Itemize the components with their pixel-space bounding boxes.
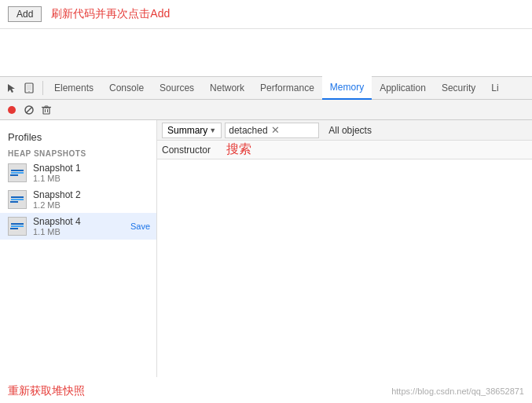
filter-value: detached: [229, 125, 267, 136]
tab-sources[interactable]: Sources: [152, 76, 202, 100]
main-panel: Summary ▼ detached ✕ All objects Constru…: [157, 120, 532, 377]
constructor-label: Constructor: [162, 145, 211, 156]
action-bar: [0, 100, 532, 120]
profiles-label: Profiles: [0, 126, 156, 146]
svg-rect-1: [27, 85, 31, 90]
cursor-icon[interactable]: [5, 81, 19, 95]
snapshot-name-1: Snapshot 1: [33, 163, 81, 174]
snapshot-size-2: 1.2 MB: [33, 200, 81, 210]
snapshot-info-1: Snapshot 1 1.1 MB: [33, 163, 81, 183]
tab-console[interactable]: Console: [101, 76, 152, 100]
summary-select-label: Summary: [167, 125, 207, 136]
heap-snapshots-label: HEAP SNAPSHOTS: [0, 146, 156, 159]
save-link[interactable]: Save: [130, 222, 150, 231]
record-icon[interactable]: [5, 103, 19, 117]
svg-rect-6: [43, 108, 50, 114]
top-area: Add 刷新代码并再次点击Add: [0, 0, 532, 29]
filter-input-wrap: detached ✕: [225, 123, 319, 138]
tab-li[interactable]: Li: [483, 76, 506, 100]
tab-memory[interactable]: Memory: [322, 76, 372, 100]
top-annotation: 刷新代码并再次点击Add: [51, 7, 170, 21]
tab-elements[interactable]: Elements: [46, 76, 101, 100]
tab-network[interactable]: Network: [202, 76, 252, 100]
sidebar: Profiles HEAP SNAPSHOTS Snapshot 1 1.1 M…: [0, 120, 157, 377]
snapshot-info-4: Snapshot 4 1.1 MB: [33, 216, 81, 236]
filter-clear-icon[interactable]: ✕: [271, 125, 280, 135]
panel-toolbar: Summary ▼ detached ✕ All objects: [157, 120, 532, 141]
svg-line-5: [26, 107, 32, 113]
snapshot-name-2: Snapshot 2: [33, 189, 81, 200]
svg-point-2: [28, 91, 29, 92]
no-icon[interactable]: [22, 103, 36, 117]
snapshot-icon-1: [8, 163, 27, 182]
tab-performance[interactable]: Performance: [252, 76, 322, 100]
chevron-down-icon: ▼: [209, 126, 216, 134]
device-icon[interactable]: [22, 81, 36, 95]
spacer-area: [0, 29, 532, 76]
snapshot-size-4: 1.1 MB: [33, 227, 81, 236]
tab-security[interactable]: Security: [434, 76, 483, 100]
main-content: Profiles HEAP SNAPSHOTS Snapshot 1 1.1 M…: [0, 120, 532, 377]
snapshot-info-2: Snapshot 2 1.2 MB: [33, 189, 81, 210]
watermark: https://blog.csdn.net/qq_38652871: [391, 387, 524, 396]
snapshot-item-1[interactable]: Snapshot 1 1.1 MB: [0, 159, 156, 186]
devtools-tabs: Elements Console Sources Network Perform…: [46, 76, 527, 100]
toolbar-icons: [5, 81, 43, 95]
devtools-toolbar: Elements Console Sources Network Perform…: [0, 76, 532, 100]
add-button[interactable]: Add: [8, 6, 42, 22]
snapshot-item-4[interactable]: Snapshot 4 1.1 MB Save: [0, 213, 156, 240]
tab-application[interactable]: Application: [372, 76, 434, 100]
snapshot-item-2[interactable]: Snapshot 2 1.2 MB: [0, 186, 156, 213]
bottom-area: 重新获取堆快照 https://blog.csdn.net/qq_3865287…: [0, 379, 532, 403]
snapshot-size-1: 1.1 MB: [33, 174, 81, 183]
retake-annotation: 重新获取堆快照: [8, 384, 85, 398]
summary-select[interactable]: Summary ▼: [162, 123, 222, 138]
snapshot-icon-2: [8, 190, 27, 209]
snapshot-icon-4: [8, 217, 27, 236]
svg-point-3: [8, 106, 16, 114]
snapshot-name-4: Snapshot 4: [33, 216, 81, 227]
trash-icon[interactable]: [39, 103, 53, 117]
all-objects-button[interactable]: All objects: [322, 123, 378, 137]
search-annotation: 搜索: [226, 141, 251, 158]
panel-header: Constructor 搜索: [157, 141, 532, 159]
